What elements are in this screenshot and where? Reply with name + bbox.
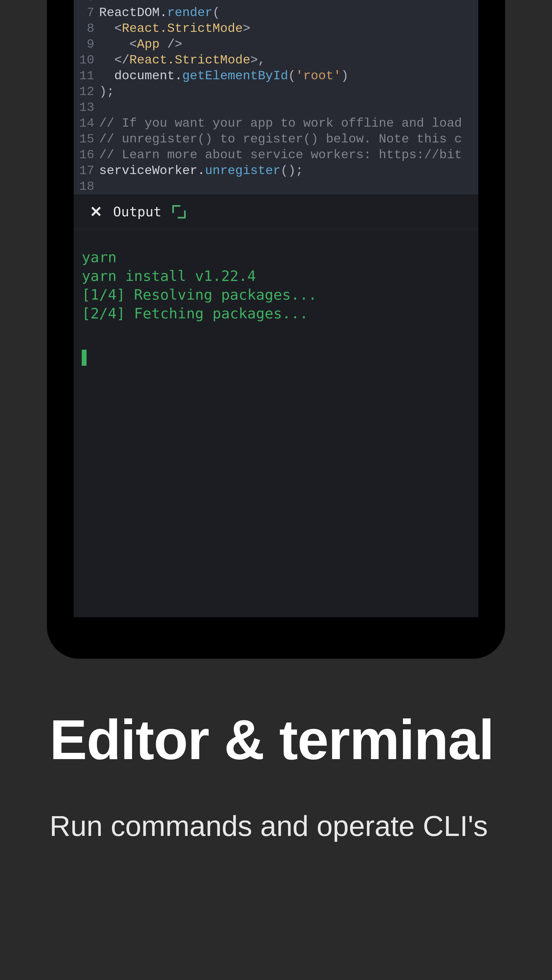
code-content: serviceWorker.unregister(); [99, 163, 478, 178]
device-frame: 5import * as serviceWorker from './servi… [47, 0, 505, 659]
line-number: 6 [74, 0, 99, 5]
code-content: // unregister() to register() below. Not… [99, 131, 478, 147]
line-number: 8 [74, 21, 99, 37]
code-content: ReactDOM.render( [99, 5, 478, 21]
terminal-output[interactable]: yarnyarn install v1.22.4[1/4] Resolving … [74, 229, 478, 591]
code-line: 10 </React.StrictMode>, [74, 52, 478, 68]
code-line: 15// unregister() to register() below. N… [74, 131, 478, 147]
terminal-line [82, 323, 470, 342]
code-content: <React.StrictMode> [99, 21, 478, 37]
hero-subtitle: Run commands and operate CLI's [49, 805, 505, 847]
code-content: // Learn more about service workers: htt… [99, 147, 478, 163]
line-number: 16 [74, 147, 99, 163]
line-number: 13 [74, 100, 99, 115]
code-content: // If you want your app to work offline … [99, 115, 478, 131]
device-screen: 5import * as serviceWorker from './servi… [74, 0, 478, 617]
terminal-line: [2/4] Fetching packages... [82, 304, 470, 323]
line-number: 11 [74, 68, 99, 84]
output-panel-bar: ✕ Output [74, 194, 478, 229]
line-number: 15 [74, 131, 99, 147]
code-content [99, 178, 478, 194]
code-content: <App /> [99, 37, 478, 52]
code-line: 7ReactDOM.render( [74, 5, 478, 21]
terminal-line: yarn [82, 248, 470, 267]
terminal-line: [1/4] Resolving packages... [82, 285, 470, 304]
line-number: 14 [74, 115, 99, 131]
code-line: 8 <React.StrictMode> [74, 21, 478, 37]
code-line: 12); [74, 84, 478, 100]
code-editor[interactable]: 5import * as serviceWorker from './servi… [74, 0, 478, 194]
line-number: 10 [74, 52, 99, 68]
code-line: 14// If you want your app to work offlin… [74, 115, 478, 131]
code-line: 18 [74, 178, 478, 194]
code-line: 13 [74, 100, 478, 115]
code-content [99, 100, 478, 115]
code-line: 9 <App /> [74, 37, 478, 52]
line-number: 12 [74, 84, 99, 100]
line-number: 7 [74, 5, 99, 21]
code-content [99, 0, 478, 5]
hero-section: Editor & terminal Run commands and opera… [49, 710, 505, 847]
terminal-line: yarn install v1.22.4 [82, 267, 470, 285]
hero-title: Editor & terminal [49, 710, 505, 770]
code-line: 6 [74, 0, 478, 5]
close-icon[interactable]: ✕ [90, 204, 102, 219]
line-number: 18 [74, 178, 99, 194]
code-line: 11 document.getElementById('root') [74, 68, 478, 84]
code-line: 17serviceWorker.unregister(); [74, 163, 478, 178]
code-content: ); [99, 84, 478, 100]
code-line: 16// Learn more about service workers: h… [74, 147, 478, 163]
line-number: 9 [74, 37, 99, 52]
terminal-cursor [82, 342, 470, 367]
code-content: document.getElementById('root') [99, 68, 478, 84]
code-content: </React.StrictMode>, [99, 52, 478, 68]
output-panel-title: Output [113, 204, 161, 220]
loading-spinner-icon [172, 205, 186, 218]
line-number: 17 [74, 163, 99, 178]
cursor-icon [82, 350, 86, 366]
